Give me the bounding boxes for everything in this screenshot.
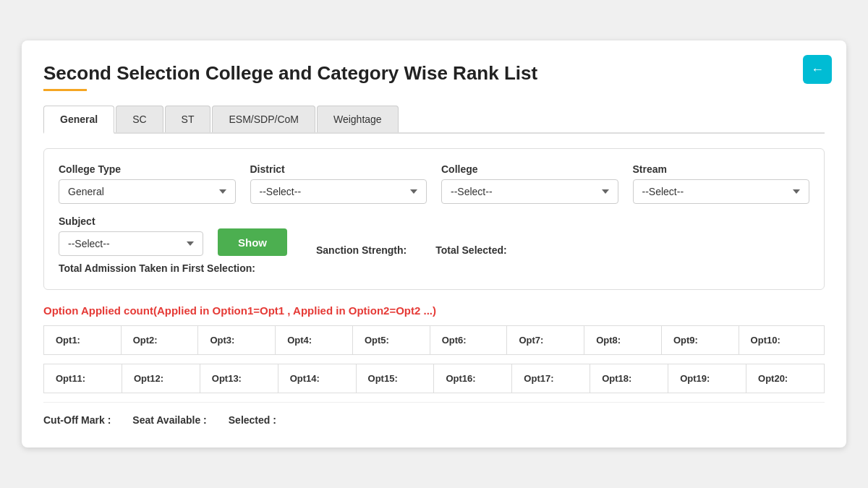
opt11-cell: Opt11: bbox=[44, 364, 122, 393]
total-admission-label: Total Admission Taken in First Selection… bbox=[59, 262, 255, 274]
tabs-container: General SC ST ESM/SDP/CoM Weightage bbox=[43, 106, 825, 134]
selected-label: Selected : bbox=[229, 414, 276, 426]
total-admission-row: Total Admission Taken in First Selection… bbox=[59, 262, 809, 275]
tab-st[interactable]: ST bbox=[165, 106, 211, 132]
district-label: District bbox=[250, 163, 427, 175]
filter-row-2: Subject --Select-- Show Sanction Strengt… bbox=[59, 215, 809, 256]
opt9-cell: Opt9: bbox=[661, 326, 739, 355]
opts-table-row2: Opt11: Opt12: Opt13: Opt14: Opt15: Opt16… bbox=[43, 364, 825, 393]
title-underline bbox=[43, 89, 87, 91]
opt13-cell: Opt13: bbox=[200, 364, 278, 393]
tab-sc[interactable]: SC bbox=[116, 106, 163, 132]
opt1-cell: Opt1: bbox=[44, 326, 122, 355]
college-type-group: College Type General Government Private … bbox=[59, 163, 236, 204]
district-select[interactable]: --Select-- bbox=[250, 179, 427, 204]
page-container: ← Second Selection College and Category … bbox=[22, 40, 846, 448]
opt12-cell: Opt12: bbox=[122, 364, 200, 393]
opt18-cell: Opt18: bbox=[590, 364, 668, 393]
filter-row-1: College Type General Government Private … bbox=[59, 163, 809, 204]
stream-select[interactable]: --Select-- bbox=[633, 179, 810, 204]
subject-label: Subject bbox=[59, 215, 203, 227]
stream-group: Stream --Select-- bbox=[633, 163, 810, 204]
opt20-cell: Opt20: bbox=[746, 364, 825, 393]
tab-general[interactable]: General bbox=[43, 106, 114, 134]
info-fields: Sanction Strength: Total Selected: bbox=[316, 244, 507, 256]
opt17-cell: Opt17: bbox=[512, 364, 590, 393]
tab-weightage[interactable]: Weightage bbox=[317, 106, 399, 132]
option-count-label: Option Applied count(Applied in Option1=… bbox=[43, 304, 825, 317]
opt16-cell: Opt16: bbox=[434, 364, 512, 393]
back-button[interactable]: ← bbox=[803, 55, 832, 84]
page-title: Second Selection College and Category Wi… bbox=[43, 62, 825, 85]
subject-group: Subject --Select-- bbox=[59, 215, 203, 256]
opt3-cell: Opt3: bbox=[198, 326, 276, 355]
college-group: College --Select-- bbox=[441, 163, 618, 204]
filter-section: College Type General Government Private … bbox=[43, 148, 825, 290]
bottom-info: Cut-Off Mark : Seat Available : Selected… bbox=[43, 402, 825, 426]
cut-off-mark: Cut-Off Mark : bbox=[43, 414, 111, 426]
college-select[interactable]: --Select-- bbox=[441, 179, 618, 204]
opt6-cell: Opt6: bbox=[430, 326, 507, 355]
tab-esm[interactable]: ESM/SDP/CoM bbox=[212, 106, 315, 132]
opt8-cell: Opt8: bbox=[584, 326, 662, 355]
opt2-cell: Opt2: bbox=[121, 326, 198, 355]
opt14-cell: Opt14: bbox=[278, 364, 356, 393]
college-label: College bbox=[441, 163, 618, 175]
college-type-select[interactable]: General Government Private Aided bbox=[59, 179, 236, 204]
opts-table-row1: Opt1: Opt2: Opt3: Opt4: Opt5: Opt6: Opt7… bbox=[43, 325, 825, 355]
total-selected-label: Total Selected: bbox=[435, 244, 507, 256]
opt5-cell: Opt5: bbox=[352, 326, 430, 355]
back-icon: ← bbox=[811, 62, 824, 77]
subject-select[interactable]: --Select-- bbox=[59, 231, 203, 256]
opt15-cell: Opt15: bbox=[356, 364, 434, 393]
opt19-cell: Opt19: bbox=[668, 364, 746, 393]
stream-label: Stream bbox=[633, 163, 810, 175]
college-type-label: College Type bbox=[59, 163, 236, 175]
opt10-cell: Opt10: bbox=[739, 326, 824, 355]
opt4-cell: Opt4: bbox=[276, 326, 353, 355]
opt7-cell: Opt7: bbox=[507, 326, 584, 355]
seat-available: Seat Available : bbox=[132, 414, 206, 426]
sanction-strength-label: Sanction Strength: bbox=[316, 244, 407, 256]
district-group: District --Select-- bbox=[250, 163, 427, 204]
show-button[interactable]: Show bbox=[218, 228, 287, 256]
